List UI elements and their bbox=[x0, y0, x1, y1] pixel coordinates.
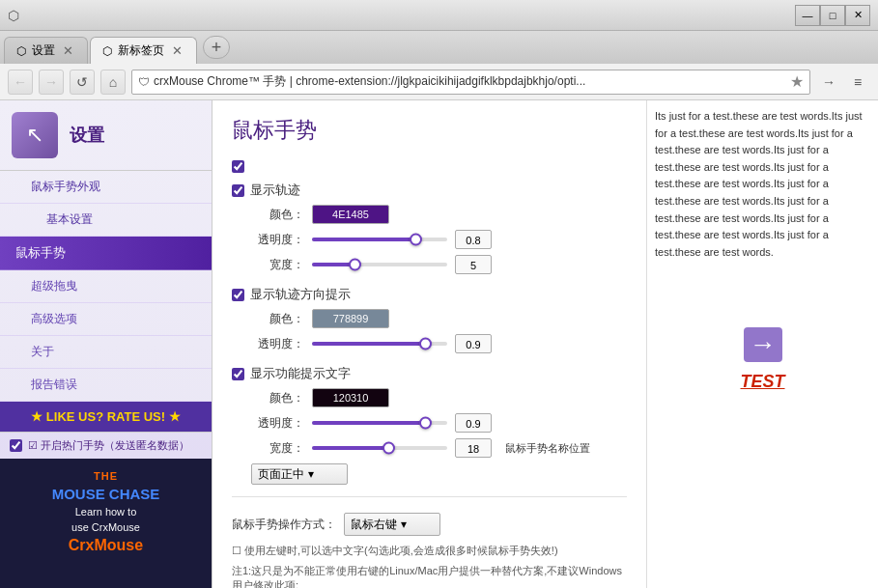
section-show-trail: 显示轨迹 颜色： 4E1485 透明度： 0.8 宽度： bbox=[232, 182, 627, 274]
toggle-checkbox[interactable] bbox=[10, 439, 22, 452]
trail-color-label: 颜色： bbox=[251, 207, 304, 223]
title-bar-left: ⬡ bbox=[8, 8, 23, 23]
logo-icon: ↖ bbox=[12, 112, 58, 158]
direction-opacity-knob[interactable] bbox=[419, 338, 432, 350]
trail-opacity-row: 透明度： 0.8 bbox=[232, 230, 627, 249]
tab-new-label: 新标签页 bbox=[118, 42, 164, 59]
section-show-hint: 显示功能提示文字 颜色： 120310 透明度： 0.9 宽度： bbox=[232, 365, 627, 485]
forward-button[interactable]: → bbox=[39, 70, 64, 95]
banner-title: THE bbox=[94, 470, 118, 482]
checkbox-show-hint[interactable] bbox=[232, 368, 244, 380]
top-checkbox[interactable] bbox=[232, 160, 244, 173]
sidebar-item-gesture-appearance[interactable]: 鼠标手势外观 bbox=[0, 171, 212, 204]
close-button[interactable]: ✕ bbox=[845, 5, 870, 26]
sidebar-item-mouse-gesture[interactable]: 鼠标手势 bbox=[0, 237, 212, 270]
trail-opacity-slider[interactable] bbox=[312, 232, 447, 247]
trail-color-row: 颜色： 4E1485 bbox=[232, 205, 627, 224]
position-label: 鼠标手势名称位置 bbox=[505, 441, 590, 456]
checkbox-show-trail[interactable] bbox=[232, 184, 244, 197]
hint-opacity-knob[interactable] bbox=[419, 417, 432, 430]
direction-color-label: 颜色： bbox=[251, 311, 304, 327]
trail-width-slider[interactable] bbox=[312, 257, 447, 272]
banner-sub1: Learn how to bbox=[75, 506, 137, 518]
tab-bar: ⬡ 设置 ✕ ⬡ 新标签页 ✕ + bbox=[0, 31, 878, 64]
sidebar-item-advanced[interactable]: 高级选项 bbox=[0, 303, 212, 336]
banner-logo: CrxMouse bbox=[69, 537, 143, 554]
new-tab-button[interactable]: + bbox=[203, 36, 230, 59]
maximize-button[interactable]: □ bbox=[820, 5, 845, 26]
preview-gesture-arrow: → bbox=[744, 327, 782, 362]
hint-opacity-fill bbox=[312, 421, 423, 425]
action-label: 鼠标手势操作方式： bbox=[232, 517, 336, 533]
logo-text: 设置 bbox=[70, 124, 104, 147]
section-divider bbox=[232, 496, 627, 497]
tab-new-close[interactable]: ✕ bbox=[170, 43, 184, 58]
position-dropdown[interactable]: 页面正中 ▾ bbox=[251, 463, 348, 485]
page-title: 鼠标手势 bbox=[232, 116, 627, 145]
main-layout: ↖ 设置 鼠标手势外观 基本设置 鼠标手势 超级拖曳 高级选项 关于 报告 bbox=[0, 100, 878, 588]
trail-width-value: 5 bbox=[455, 255, 492, 274]
address-input[interactable]: 🛡 crxMouse Chrome™ 手势 | chrome-extension… bbox=[131, 70, 810, 95]
sidebar-item-about[interactable]: 关于 bbox=[0, 336, 212, 369]
direction-opacity-slider[interactable] bbox=[312, 336, 447, 351]
action-row: 鼠标手势操作方式： 鼠标右键 ▾ bbox=[232, 513, 627, 536]
hint-width-knob[interactable] bbox=[382, 442, 395, 455]
section-title-hint: 显示功能提示文字 bbox=[250, 365, 351, 382]
menu-button[interactable]: ≡ bbox=[845, 70, 870, 95]
preview-text: Its just for a test.these are test words… bbox=[655, 108, 870, 261]
action-dropdown[interactable]: 鼠标右键 ▾ bbox=[344, 513, 440, 536]
toggle-popular-gestures[interactable]: ☑ 开启热门手势（发送匿名数据） bbox=[0, 432, 212, 459]
direction-opacity-row: 透明度： 0.9 bbox=[232, 334, 627, 353]
window-controls: — □ ✕ bbox=[795, 5, 870, 26]
bookmark-star-icon[interactable]: ★ bbox=[790, 72, 804, 91]
hint-opacity-row: 透明度： 0.9 bbox=[232, 413, 627, 433]
section-title-direction: 显示轨迹方向提示 bbox=[250, 286, 351, 303]
hint-color-box[interactable]: 120310 bbox=[312, 388, 389, 407]
hint-width-slider[interactable] bbox=[312, 440, 447, 456]
sidebar-nav: 鼠标手势外观 基本设置 鼠标手势 超级拖曳 高级选项 关于 报告错误 bbox=[0, 171, 212, 402]
back-button[interactable]: ← bbox=[8, 70, 33, 95]
trail-opacity-knob[interactable] bbox=[410, 234, 422, 246]
note-text-1: ☐ 使用左键时,可以选中文字(勾选此项,会造成很多时候鼠标手势失效!) bbox=[232, 544, 627, 558]
sidebar-item-report-error[interactable]: 报告错误 bbox=[0, 369, 212, 402]
trail-width-label: 宽度： bbox=[251, 257, 304, 273]
sidebar-logo: ↖ 设置 bbox=[0, 100, 212, 171]
tab-settings-close[interactable]: ✕ bbox=[61, 43, 75, 58]
content-area: 鼠标手势 显示轨迹 颜色： 4E1485 透明度： bbox=[212, 100, 646, 588]
title-bar: ⬡ — □ ✕ bbox=[0, 0, 878, 31]
direction-opacity-value: 0.9 bbox=[455, 334, 492, 353]
trail-color-box[interactable]: 4E1485 bbox=[312, 205, 389, 224]
shield-icon: 🛡 bbox=[138, 75, 150, 89]
address-bar: ← → ↺ ⌂ 🛡 crxMouse Chrome™ 手势 | chrome-e… bbox=[0, 64, 878, 100]
extensions-button[interactable]: → bbox=[816, 70, 841, 95]
trail-width-knob[interactable] bbox=[349, 259, 361, 271]
checkbox-show-direction[interactable] bbox=[232, 289, 244, 301]
minimize-button[interactable]: — bbox=[795, 5, 820, 26]
hint-color-row: 颜色： 120310 bbox=[232, 388, 627, 407]
dropdown-arrow-icon: ▾ bbox=[308, 467, 314, 481]
direction-color-box[interactable]: 778899 bbox=[312, 309, 389, 328]
preview-gesture-label: TEST bbox=[740, 369, 784, 395]
trail-width-row: 宽度： 5 bbox=[232, 255, 627, 274]
sidebar-item-super-drag[interactable]: 超级拖曳 bbox=[0, 270, 212, 303]
banner-big: MOUSE CHASE bbox=[52, 486, 160, 502]
top-checkbox-row bbox=[232, 160, 627, 176]
tab-settings[interactable]: ⬡ 设置 ✕ bbox=[4, 37, 88, 64]
direction-color-row: 颜色： 778899 bbox=[232, 309, 627, 328]
tab-new-tab[interactable]: ⬡ 新标签页 ✕ bbox=[90, 37, 197, 64]
note-text-2: 注1:这只是为不能正常使用右键的Linux/Mac用户提供一种替代方案,不建议W… bbox=[232, 564, 627, 588]
tab-settings-icon: ⬡ bbox=[16, 44, 26, 58]
direction-opacity-fill bbox=[312, 342, 423, 346]
hint-opacity-slider[interactable] bbox=[312, 415, 447, 431]
direction-opacity-label: 透明度： bbox=[251, 336, 304, 352]
hint-width-fill bbox=[312, 446, 386, 450]
rate-us-button[interactable]: ★ LIKE US? RATE US! ★ bbox=[0, 402, 212, 432]
hint-color-label: 颜色： bbox=[251, 390, 304, 406]
section-header-direction: 显示轨迹方向提示 bbox=[232, 286, 627, 303]
refresh-button[interactable]: ↺ bbox=[70, 70, 95, 95]
home-button[interactable]: ⌂ bbox=[100, 70, 126, 95]
section-show-direction: 显示轨迹方向提示 颜色： 778899 透明度： 0.9 bbox=[232, 286, 627, 353]
sidebar-item-basic-settings[interactable]: 基本设置 bbox=[0, 204, 212, 237]
action-dropdown-arrow: ▾ bbox=[401, 518, 407, 531]
position-dropdown-row: 页面正中 ▾ bbox=[232, 463, 627, 485]
